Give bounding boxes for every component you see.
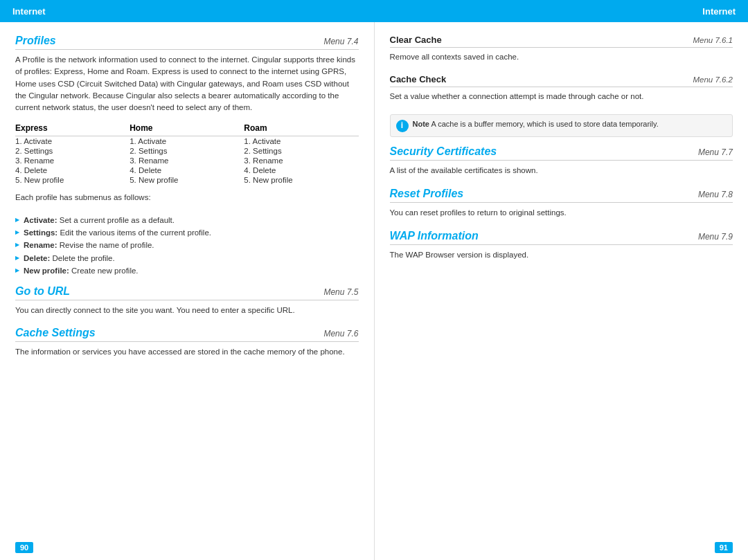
table-row: 5. New profile xyxy=(244,175,358,185)
profile-table: Express Home Roam 1. Activate1. Activate… xyxy=(15,123,359,185)
go-to-url-label: Go to URL xyxy=(15,285,70,298)
table-row: 4. Delete xyxy=(244,165,358,175)
note-text: A cache is a buffer memory, which is use… xyxy=(431,120,658,128)
list-item: New profile: Create new profile. xyxy=(15,264,359,277)
clear-cache-body: Remove all contexts saved in cache. xyxy=(390,51,733,63)
wap-info-label: WAP Information xyxy=(390,230,479,242)
table-row: 3. Rename xyxy=(244,156,358,165)
go-to-url-menu: Menu 7.5 xyxy=(323,287,358,297)
page-num-left: 90 xyxy=(15,542,33,553)
page-left: Profiles Menu 7.4 A Profile is the netwo… xyxy=(0,22,375,560)
reset-profiles-label: Reset Profiles xyxy=(390,188,464,200)
top-bar: Internet Internet xyxy=(0,0,748,22)
table-row: 4. Delete xyxy=(15,165,130,175)
wap-info-body: The WAP Browser version is displayed. xyxy=(390,249,733,261)
table-row: 1. Activate xyxy=(15,136,130,147)
col-roam: Roam xyxy=(244,123,358,136)
go-to-url-body: You can directly connect to the site you… xyxy=(15,305,359,316)
cache-check-label: Cache Check xyxy=(390,74,447,84)
note-content: Note A cache is a buffer memory, which i… xyxy=(413,119,659,129)
top-bar-left-label: Internet xyxy=(12,6,46,17)
security-certs-menu: Menu 7.7 xyxy=(698,147,733,157)
profiles-menu-num: Menu 7.4 xyxy=(323,37,358,46)
profiles-title: Profiles xyxy=(15,35,56,47)
profiles-section-title: Profiles Menu 7.4 xyxy=(15,35,359,50)
top-bar-right-label: Internet xyxy=(702,6,736,17)
cache-settings-body: The information or services you have acc… xyxy=(15,346,359,358)
top-bar-right: Internet xyxy=(690,0,748,22)
page-right: Clear Cache Menu 7.6.1 Remove all contex… xyxy=(375,22,749,560)
list-item: Activate: Set a current profile as a def… xyxy=(15,214,359,226)
profiles-body: A Profile is the network information use… xyxy=(15,54,359,114)
note-label: Note xyxy=(413,120,429,128)
table-row: 3. Rename xyxy=(15,156,130,165)
note-box: i Note A cache is a buffer memory, which… xyxy=(390,114,733,137)
top-bar-left: Internet xyxy=(0,0,58,22)
table-row: 2. Settings xyxy=(130,146,244,156)
clear-cache-label: Clear Cache xyxy=(390,35,442,45)
go-to-url-title: Go to URL Menu 7.5 xyxy=(15,285,359,300)
col-home: Home xyxy=(130,123,244,136)
cache-settings-label: Cache Settings xyxy=(15,327,96,339)
cache-settings-menu: Menu 7.6 xyxy=(323,329,358,338)
security-certs-label: Security Certificates xyxy=(390,145,497,158)
col-express: Express xyxy=(15,123,130,136)
clear-cache-menu: Menu 7.6.1 xyxy=(693,36,733,44)
table-row: 3. Rename xyxy=(130,156,244,165)
reset-profiles-body: You can reset profiles to return to orig… xyxy=(390,207,733,219)
table-row: 1. Activate xyxy=(130,136,244,147)
table-row: 2. Settings xyxy=(15,146,130,156)
wap-info-title: WAP Information Menu 7.9 xyxy=(390,230,733,245)
submenus-label: Each profile has submenus as follows: xyxy=(15,192,359,204)
cache-check-menu: Menu 7.6.2 xyxy=(693,75,733,84)
security-certs-title: Security Certificates Menu 7.7 xyxy=(390,145,733,161)
list-item: Delete: Delete the profile. xyxy=(15,252,359,264)
note-icon: i xyxy=(396,120,409,132)
cache-check-body: Set a value whether a connection attempt… xyxy=(390,91,733,102)
pages-container: Profiles Menu 7.4 A Profile is the netwo… xyxy=(0,22,748,560)
cache-settings-title: Cache Settings Menu 7.6 xyxy=(15,327,359,342)
page-num-right: 91 xyxy=(715,542,733,553)
wap-info-menu: Menu 7.9 xyxy=(698,232,733,242)
clear-cache-title: Clear Cache Menu 7.6.1 xyxy=(390,35,733,48)
table-row: 4. Delete xyxy=(130,165,244,175)
list-item: Settings: Edit the various items of the … xyxy=(15,226,359,239)
table-row: 5. New profile xyxy=(15,175,130,185)
table-row: 5. New profile xyxy=(130,175,244,185)
bullet-list: Activate: Set a current profile as a def… xyxy=(15,214,359,278)
table-row: 1. Activate xyxy=(244,136,358,147)
security-certs-body: A list of the available certificates is … xyxy=(390,165,733,177)
table-row: 2. Settings xyxy=(244,146,358,156)
reset-profiles-menu: Menu 7.8 xyxy=(698,190,733,199)
list-item: Rename: Revise the name of profile. xyxy=(15,239,359,251)
reset-profiles-title: Reset Profiles Menu 7.8 xyxy=(390,188,733,203)
cache-check-title: Cache Check Menu 7.6.2 xyxy=(390,74,733,87)
